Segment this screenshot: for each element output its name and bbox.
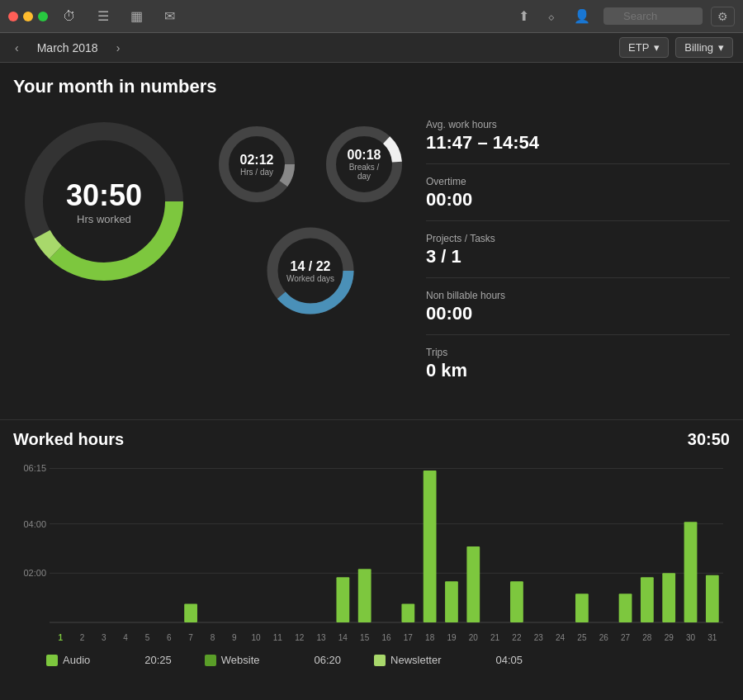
- svg-rect-35: [401, 604, 414, 622]
- svg-text:29: 29: [665, 633, 674, 642]
- worked-hours-title: Worked hours: [13, 430, 124, 449]
- stat-avg-value: 11:47 – 14:54: [426, 132, 730, 154]
- days-donut-label: 14 / 22 Worked days: [286, 259, 334, 283]
- legend-website-color: [205, 655, 216, 666]
- svg-rect-51: [619, 594, 632, 622]
- big-donut-sub: Hrs worked: [66, 213, 142, 225]
- middle-donuts: 02:12 Hrs / day 00:18 Breaks / day: [211, 119, 409, 320]
- search-input[interactable]: [603, 7, 703, 25]
- minimize-button[interactable]: [23, 12, 33, 21]
- worked-hours-header: Worked hours 30:50: [13, 430, 730, 449]
- worked-hours-total: 30:50: [688, 430, 730, 449]
- svg-text:21: 21: [490, 633, 500, 642]
- prev-month-button[interactable]: ‹: [10, 40, 24, 56]
- settings-button[interactable]: ⚙: [711, 7, 735, 26]
- legend-newsletter-value: 04:05: [496, 654, 523, 666]
- maximize-button[interactable]: [38, 12, 48, 21]
- search-wrapper: 🔍: [603, 7, 703, 25]
- stat-nonbill-value: 00:00: [426, 303, 730, 324]
- current-month: March 2018: [31, 41, 105, 54]
- stat-trips-label: Trips: [426, 347, 730, 358]
- bar-chart: 06:1504:0002:001234567891011121314151617…: [13, 456, 730, 646]
- svg-text:27: 27: [621, 633, 631, 642]
- share-icon[interactable]: ⬦: [542, 6, 561, 27]
- big-donut-label: 30:50 Hrs worked: [66, 178, 142, 225]
- svg-text:8: 8: [211, 633, 215, 642]
- svg-text:1: 1: [58, 633, 63, 642]
- chart-svg: 06:1504:0002:001234567891011121314151617…: [13, 456, 730, 646]
- billing-label: Billing: [684, 41, 713, 54]
- etp-dropdown[interactable]: ETP ▾: [619, 37, 669, 58]
- svg-rect-41: [466, 546, 480, 622]
- svg-text:02:00: 02:00: [23, 568, 46, 578]
- titlebar: ⏱ ☰ ▦ ✉ ⬆ ⬦ 👤 🔍 ⚙: [0, 0, 743, 33]
- users-icon[interactable]: 👤: [569, 5, 595, 27]
- svg-rect-32: [358, 569, 372, 622]
- stat-overtime: Overtime 00:00: [426, 176, 730, 221]
- next-month-button[interactable]: ›: [111, 40, 125, 56]
- svg-rect-30: [336, 577, 349, 622]
- svg-rect-44: [510, 581, 523, 622]
- svg-text:23: 23: [534, 633, 544, 642]
- etp-arrow-icon: ▾: [654, 41, 660, 54]
- stat-overtime-value: 00:00: [426, 189, 730, 210]
- stat-avg-work-hours: Avg. work hours 11:47 – 14:54: [426, 119, 730, 164]
- svg-rect-59: [706, 575, 719, 622]
- chart-legend: Audio 20:25 Website 06:20 Newsletter 04:…: [13, 654, 730, 666]
- days-donut-time: 14 / 22: [286, 259, 334, 274]
- svg-text:5: 5: [145, 633, 150, 642]
- legend-audio: Audio 20:25: [46, 654, 172, 666]
- svg-text:30: 30: [686, 633, 696, 642]
- stat-trips-value: 0 km: [426, 360, 730, 381]
- top-donut-row: 02:12 Hrs / day 00:18 Breaks / day: [211, 119, 409, 210]
- chart-icon[interactable]: ▦: [125, 5, 148, 27]
- etp-label: ETP: [628, 41, 649, 54]
- svg-text:9: 9: [232, 633, 237, 642]
- close-button[interactable]: [8, 12, 18, 21]
- billing-dropdown[interactable]: Billing ▾: [675, 37, 733, 58]
- svg-text:15: 15: [360, 633, 370, 642]
- legend-website: Website 06:20: [205, 654, 341, 666]
- svg-text:19: 19: [447, 633, 457, 642]
- svg-text:13: 13: [316, 633, 326, 642]
- days-donut-sub: Worked days: [286, 274, 334, 283]
- page-title: Your month in numbers: [13, 76, 730, 97]
- billing-arrow-icon: ▾: [718, 41, 724, 54]
- list-icon[interactable]: ☰: [92, 5, 114, 27]
- svg-text:26: 26: [599, 633, 609, 642]
- legend-newsletter-color: [374, 655, 386, 666]
- svg-text:16: 16: [381, 633, 391, 642]
- stat-avg-label: Avg. work hours: [426, 119, 730, 130]
- worked-hours-section: Worked hours 30:50 06:1504:0002:00123456…: [13, 420, 730, 666]
- titlebar-icons: ⏱ ☰ ▦ ✉: [58, 5, 180, 27]
- svg-rect-39: [445, 581, 458, 622]
- svg-text:20: 20: [469, 633, 479, 642]
- breaks-donut-time: 00:18: [342, 148, 387, 163]
- breaks-per-day-donut: 00:18 Breaks / day: [319, 119, 409, 210]
- big-donut-chart: 30:50 Hrs worked: [13, 111, 195, 292]
- stat-nonbill-label: Non billable hours: [426, 290, 730, 301]
- stat-trips: Trips 0 km: [426, 347, 730, 391]
- svg-text:22: 22: [512, 633, 522, 642]
- breaks-donut-label: 00:18 Breaks / day: [342, 148, 387, 181]
- legend-website-value: 06:20: [315, 654, 342, 666]
- titlebar-actions: ⬆ ⬦ 👤 🔍 ⚙: [513, 5, 735, 27]
- svg-text:7: 7: [188, 633, 193, 642]
- svg-rect-55: [662, 573, 675, 622]
- svg-text:10: 10: [252, 633, 262, 642]
- svg-text:4: 4: [123, 633, 128, 642]
- export-icon[interactable]: ⬆: [513, 5, 534, 27]
- svg-text:17: 17: [404, 633, 414, 642]
- mail-icon[interactable]: ✉: [159, 5, 180, 27]
- right-stats: Avg. work hours 11:47 – 14:54 Overtime 0…: [426, 111, 730, 403]
- stat-projects-tasks: Projects / Tasks 3 / 1: [426, 233, 730, 278]
- svg-rect-22: [184, 604, 197, 622]
- svg-text:28: 28: [642, 633, 652, 642]
- svg-rect-57: [684, 522, 698, 622]
- legend-audio-color: [46, 655, 58, 666]
- legend-audio-name: Audio: [63, 654, 90, 666]
- svg-rect-37: [424, 471, 437, 622]
- timer-icon[interactable]: ⏱: [58, 5, 81, 27]
- svg-text:24: 24: [556, 633, 566, 642]
- svg-text:2: 2: [80, 633, 85, 642]
